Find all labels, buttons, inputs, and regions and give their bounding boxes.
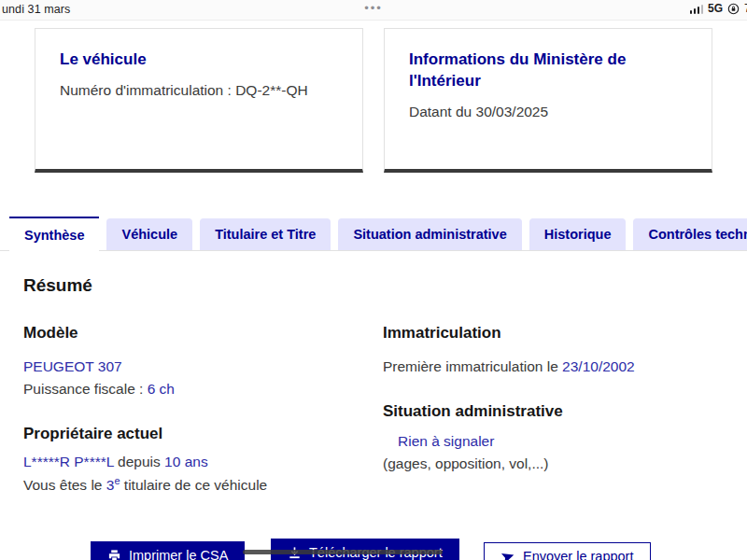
print-csa-label: Imprimer le CSA bbox=[129, 548, 228, 560]
report-date-value: 30/03/2025 bbox=[476, 104, 549, 119]
report-date-label: Datant du bbox=[409, 104, 472, 119]
vehicle-card-body: Numéro d'immatriculation : DQ-2**-QH bbox=[60, 82, 338, 99]
panel-title: Résumé bbox=[23, 275, 724, 296]
tab-historique[interactable]: Historique bbox=[529, 218, 627, 250]
header-cards: Le véhicule Numéro d'immatriculation : D… bbox=[0, 21, 747, 173]
tab-synthese[interactable]: Synthèse bbox=[9, 217, 99, 251]
print-csa-button[interactable]: Imprimer le CSA bbox=[91, 541, 245, 560]
registration-line: Première immatriculation le 23/10/2002 bbox=[383, 356, 724, 378]
summary-panel: Résumé Modèle PEUGEOT 307 Puissance fisc… bbox=[0, 250, 747, 530]
orientation-lock-icon bbox=[727, 3, 740, 15]
vehicle-card: Le véhicule Numéro d'immatriculation : D… bbox=[35, 28, 363, 173]
admin-status-heading: Situation administrative bbox=[383, 402, 724, 421]
tab-controles-techniques[interactable]: Contrôles techniques bbox=[633, 218, 747, 250]
ministry-card-body: Datant du 30/03/2025 bbox=[409, 104, 687, 120]
summary-left-column: Modèle PEUGEOT 307 Puissance fiscale : 6… bbox=[23, 324, 383, 497]
network-type-label: 5G bbox=[708, 2, 723, 15]
ministry-card: Informations du Ministère de l'Intérieur… bbox=[384, 28, 712, 173]
plate-value: DQ-2**-QH bbox=[235, 82, 308, 98]
registration-heading: Immatriculation bbox=[383, 324, 724, 343]
fiscal-power-label: Puissance fiscale : bbox=[23, 381, 143, 397]
owner-line: L*****R P****L depuis 10 ans bbox=[23, 451, 383, 473]
registration-label: Première immatriculation le bbox=[383, 358, 558, 374]
page: undi 31 mars ••• 5G 7 Le véhicule Numéro… bbox=[0, 0, 747, 560]
holder-suffix: titulaire de ce véhicule bbox=[124, 477, 267, 493]
admin-status-value: Rien à signaler bbox=[398, 433, 494, 449]
fiscal-power-value: 6 ch bbox=[148, 381, 175, 397]
holder-line: Vous êtes le 3e titulaire de ce véhicule bbox=[23, 473, 383, 497]
holder-rank-suffix: e bbox=[114, 475, 120, 486]
model-heading: Modèle bbox=[23, 324, 383, 343]
owner-since-value: 10 ans bbox=[164, 454, 208, 469]
vehicle-card-title: Le véhicule bbox=[60, 49, 338, 71]
signal-bars-icon bbox=[690, 4, 704, 14]
status-right-cluster: 5G 7 bbox=[690, 2, 747, 15]
status-bar: undi 31 mars ••• 5G 7 bbox=[0, 0, 747, 21]
ministry-card-title: Informations du Ministère de l'Intérieur bbox=[409, 49, 687, 92]
tab-titulaire-et-titre[interactable]: Titulaire et Titre bbox=[200, 218, 331, 250]
owner-name: L*****R P****L bbox=[23, 454, 114, 469]
send-report-button[interactable]: Envoyer le rapport bbox=[484, 542, 651, 560]
plate-label: Numéro d'immatriculation : bbox=[60, 82, 232, 98]
summary-columns: Modèle PEUGEOT 307 Puissance fiscale : 6… bbox=[23, 324, 724, 497]
model-name: PEUGEOT 307 bbox=[23, 358, 122, 374]
tab-bar: Synthèse Véhicule Titulaire et Titre Sit… bbox=[9, 217, 747, 250]
send-icon bbox=[500, 548, 517, 560]
owner-heading: Propriétaire actuel bbox=[23, 425, 383, 443]
owner-since-label: depuis bbox=[118, 454, 161, 469]
fiscal-power-line: Puissance fiscale : 6 ch bbox=[23, 378, 383, 400]
printer-icon bbox=[107, 549, 121, 560]
registration-date: 23/10/2002 bbox=[562, 358, 635, 374]
tab-situation-administrative[interactable]: Situation administrative bbox=[338, 218, 521, 250]
multitask-dots-icon[interactable]: ••• bbox=[0, 1, 747, 15]
admin-status-note: (gages, opposition, vol,...) bbox=[383, 453, 724, 475]
summary-right-column: Immatriculation Première immatriculation… bbox=[383, 324, 724, 497]
holder-prefix: Vous êtes le bbox=[23, 477, 102, 493]
tab-vehicule[interactable]: Véhicule bbox=[106, 218, 192, 250]
home-indicator[interactable] bbox=[243, 550, 443, 554]
send-report-label: Envoyer le rapport bbox=[523, 549, 633, 560]
